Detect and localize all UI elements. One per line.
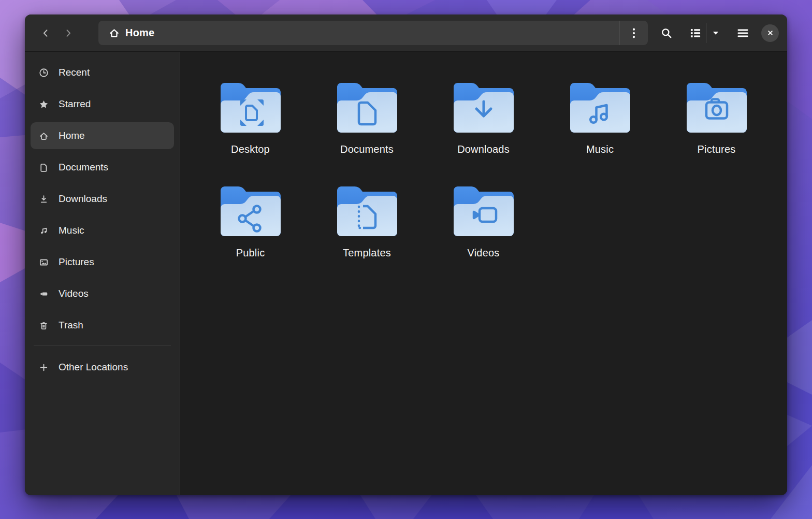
folder-label: Templates — [343, 247, 391, 259]
sidebar-item-downloads[interactable]: Downloads — [31, 185, 174, 212]
close-window-button[interactable] — [761, 24, 779, 42]
recent-clock-icon — [39, 68, 49, 78]
folder-documents[interactable]: Documents — [309, 78, 425, 181]
folder-templates[interactable]: Templates — [309, 181, 425, 285]
sidebar-item-documents[interactable]: Documents — [31, 154, 174, 181]
plus-icon — [39, 363, 49, 372]
list-view-button[interactable] — [685, 22, 706, 45]
folder-icon — [452, 78, 516, 137]
kebab-menu-icon — [630, 27, 638, 39]
trash-icon — [39, 321, 49, 330]
star-icon — [39, 99, 49, 109]
folder-label: Downloads — [457, 143, 510, 155]
picture-icon — [39, 257, 49, 267]
folder-videos[interactable]: Videos — [425, 181, 542, 285]
sidebar-item-label: Recent — [59, 67, 90, 78]
folder-desktop[interactable]: Desktop — [192, 78, 309, 181]
file-grid: Desktop Documents Downloads — [192, 78, 787, 285]
sidebar-item-label: Pictures — [59, 256, 94, 268]
sidebar-item-videos[interactable]: Videos — [31, 280, 174, 307]
folder-downloads[interactable]: Downloads — [425, 78, 542, 181]
search-icon — [661, 27, 672, 39]
sidebar-item-label: Trash — [59, 320, 83, 331]
sidebar-item-label: Music — [59, 225, 84, 236]
home-icon — [109, 27, 120, 38]
sidebar-item-home[interactable]: Home — [31, 122, 174, 149]
main-menu-button[interactable] — [731, 22, 754, 45]
sidebar-item-label: Home — [59, 130, 85, 141]
sidebar-item-trash[interactable]: Trash — [31, 312, 174, 339]
sidebar-item-starred[interactable]: Starred — [31, 91, 174, 118]
document-icon — [39, 163, 49, 172]
folder-label: Pictures — [698, 143, 736, 155]
sidebar-item-label: Downloads — [59, 193, 107, 205]
forward-button[interactable] — [57, 22, 80, 45]
search-button[interactable] — [655, 22, 678, 45]
sidebar: Recent Starred Home — [25, 52, 180, 495]
folder-public[interactable]: Public — [192, 181, 309, 285]
sidebar-item-label: Starred — [59, 98, 91, 110]
folder-label: Documents — [340, 143, 394, 155]
folder-icon — [568, 78, 632, 137]
folder-pictures[interactable]: Pictures — [658, 78, 775, 181]
close-icon — [766, 29, 774, 37]
headerbar: Home — [25, 15, 787, 52]
list-view-icon — [690, 27, 701, 39]
folder-icon — [452, 181, 516, 240]
view-options-button[interactable] — [706, 22, 725, 45]
file-view: Desktop Documents Downloads — [180, 52, 787, 495]
sidebar-item-label: Other Locations — [59, 362, 128, 373]
current-location-label: Home — [125, 27, 154, 39]
video-camera-icon — [39, 289, 49, 299]
folder-label: Music — [586, 143, 614, 155]
folder-icon — [335, 78, 399, 137]
caret-down-icon — [712, 29, 720, 37]
sidebar-item-recent[interactable]: Recent — [31, 59, 174, 86]
folder-label: Desktop — [231, 143, 270, 155]
header-actions — [655, 22, 779, 45]
chevron-right-icon — [64, 28, 73, 38]
file-manager-window: Home — [25, 15, 787, 495]
sidebar-item-label: Documents — [59, 162, 108, 173]
chevron-left-icon — [41, 28, 50, 38]
sidebar-item-pictures[interactable]: Pictures — [31, 249, 174, 276]
sidebar-item-label: Videos — [59, 288, 89, 299]
path-bar[interactable]: Home — [98, 21, 648, 45]
hamburger-menu-icon — [737, 28, 749, 38]
download-icon — [39, 194, 49, 204]
folder-icon — [335, 181, 399, 240]
home-icon — [39, 131, 49, 141]
back-button[interactable] — [34, 22, 57, 45]
folder-icon — [219, 181, 283, 240]
sidebar-item-other-locations[interactable]: Other Locations — [31, 354, 174, 381]
folder-label: Public — [236, 247, 265, 259]
location-menu-button[interactable] — [620, 21, 648, 45]
folder-label: Videos — [468, 247, 500, 259]
folder-icon — [219, 78, 283, 137]
view-switcher — [685, 22, 725, 45]
folder-music[interactable]: Music — [542, 78, 658, 181]
sidebar-item-music[interactable]: Music — [31, 217, 174, 244]
sidebar-divider — [34, 345, 171, 345]
window-body: Recent Starred Home — [25, 52, 787, 495]
folder-icon — [685, 78, 749, 137]
music-note-icon — [39, 226, 49, 236]
